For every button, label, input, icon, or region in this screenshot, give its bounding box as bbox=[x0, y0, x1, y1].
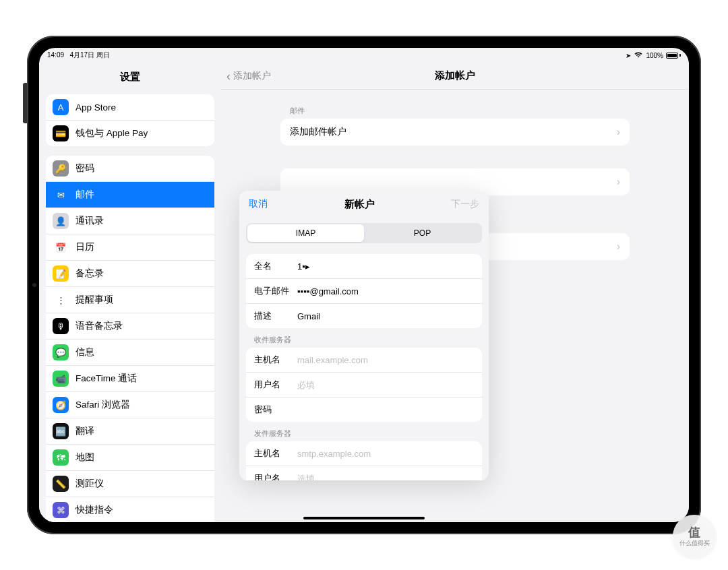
sidebar-item-label: 快捷指令 bbox=[75, 504, 113, 516]
segment-imap[interactable]: IMAP bbox=[247, 224, 364, 242]
incoming-pass-row[interactable]: 密码 bbox=[246, 397, 482, 422]
next-button[interactable]: 下一步 bbox=[451, 198, 479, 210]
email-row[interactable]: 电子邮件 bbox=[246, 278, 482, 303]
sidebar-item-label: 提醒事项 bbox=[75, 294, 113, 306]
add-mail-account-label: 添加邮件帐户 bbox=[290, 126, 346, 138]
incoming-host-label: 主机名 bbox=[254, 354, 297, 366]
app-icon: 💳 bbox=[53, 125, 69, 141]
app-icon: 🗺 bbox=[53, 449, 69, 466]
sidebar-item-label: 邮件 bbox=[75, 189, 94, 201]
app-icon: 🔑 bbox=[53, 160, 69, 177]
app-icon: 📏 bbox=[53, 476, 69, 492]
incoming-user-row[interactable]: 用户名 bbox=[246, 372, 482, 397]
sidebar-item[interactable]: 🧭Safari 浏览器 bbox=[46, 391, 214, 418]
sidebar-item[interactable]: 🎙语音备忘录 bbox=[46, 313, 214, 339]
incoming-pass-input[interactable] bbox=[297, 405, 474, 415]
sidebar-item[interactable]: 🗺地图 bbox=[46, 444, 214, 470]
wifi-icon bbox=[634, 51, 643, 59]
email-label: 电子邮件 bbox=[254, 285, 297, 297]
desc-row[interactable]: 描述 bbox=[246, 303, 482, 328]
ipad-frame: 14:09 4月17日 周日 ➤ 100% 设置 AApp Store bbox=[27, 36, 701, 534]
status-date: 4月17日 周日 bbox=[69, 51, 109, 59]
incoming-pass-label: 密码 bbox=[254, 404, 297, 416]
outgoing-group: 主机名 用户名 bbox=[246, 441, 482, 480]
status-left: 14:09 4月17日 周日 bbox=[47, 51, 110, 60]
chevron-right-icon: › bbox=[617, 241, 620, 253]
app-icon: ⌘ bbox=[53, 502, 69, 518]
sidebar-item[interactable]: 💬信息 bbox=[46, 339, 214, 365]
cancel-button[interactable]: 取消 bbox=[249, 198, 268, 210]
sidebar-group-apps: 🔑密码✉邮件👤通讯录📅日历📝备忘录⋮提醒事项🎙语音备忘录💬信息📹FaceTime… bbox=[46, 156, 214, 522]
sidebar-item[interactable]: ⌘快捷指令 bbox=[46, 497, 214, 522]
app-icon: ⋮ bbox=[53, 292, 69, 308]
mail-section-label: 邮件 bbox=[290, 106, 630, 116]
watermark-text: 什么值得买 bbox=[679, 540, 710, 547]
sidebar-item[interactable]: 👤通讯录 bbox=[46, 208, 214, 234]
sidebar-item[interactable]: 💳钱包与 Apple Pay bbox=[46, 120, 214, 146]
app-icon: 📝 bbox=[53, 265, 69, 282]
sidebar-item-label: 语音备忘录 bbox=[75, 320, 123, 332]
sidebar-item[interactable]: ✉邮件 bbox=[46, 181, 214, 208]
sidebar-item-label: 日历 bbox=[75, 241, 94, 253]
sheet-title: 新帐户 bbox=[344, 198, 375, 211]
fullname-input[interactable] bbox=[297, 261, 474, 272]
incoming-user-input[interactable] bbox=[297, 380, 474, 390]
sidebar-item[interactable]: 📹FaceTime 通话 bbox=[46, 365, 214, 391]
sidebar-item[interactable]: 📝备忘录 bbox=[46, 260, 214, 286]
app-icon: 📹 bbox=[53, 371, 69, 387]
camera-dot bbox=[32, 283, 36, 287]
chevron-right-icon: › bbox=[617, 176, 620, 188]
chevron-right-icon: › bbox=[617, 126, 620, 138]
app-icon: 📅 bbox=[53, 239, 69, 255]
app-icon: 🎙 bbox=[53, 318, 69, 334]
app-icon: A bbox=[53, 99, 69, 115]
incoming-host-input[interactable] bbox=[297, 355, 474, 365]
chevron-left-icon: ‹ bbox=[226, 70, 231, 82]
outgoing-host-input[interactable] bbox=[297, 449, 474, 459]
desc-input[interactable] bbox=[297, 311, 474, 321]
desc-label: 描述 bbox=[254, 310, 297, 322]
fullname-row[interactable]: 全名 bbox=[246, 254, 482, 278]
incoming-host-row[interactable]: 主机名 bbox=[246, 348, 482, 372]
back-button[interactable]: ‹ 添加帐户 bbox=[226, 63, 271, 89]
battery-percent: 100% bbox=[646, 52, 663, 59]
detail-header: ‹ 添加帐户 添加帐户 bbox=[221, 63, 689, 90]
add-mail-account-cell[interactable]: 添加邮件帐户 › bbox=[280, 119, 630, 146]
segment-pop[interactable]: POP bbox=[364, 224, 481, 242]
outgoing-user-label: 用户名 bbox=[254, 472, 297, 480]
new-account-sheet: 取消 新帐户 下一步 IMAP POP 全名 电子邮件 bbox=[239, 191, 489, 480]
email-input[interactable] bbox=[297, 286, 474, 296]
sidebar-item[interactable]: 📏测距仪 bbox=[46, 470, 214, 497]
outgoing-user-input[interactable] bbox=[297, 474, 474, 481]
home-indicator bbox=[303, 517, 425, 519]
sidebar-item-label: 测距仪 bbox=[75, 478, 104, 490]
sidebar-item[interactable]: 🔑密码 bbox=[46, 156, 214, 181]
status-time: 14:09 bbox=[47, 51, 64, 59]
sidebar-item-label: Safari 浏览器 bbox=[75, 399, 130, 411]
incoming-header: 收件服务器 bbox=[254, 335, 482, 345]
sidebar-item[interactable]: AApp Store bbox=[46, 94, 214, 120]
sidebar-item-label: App Store bbox=[75, 102, 116, 113]
sidebar-item-label: 备忘录 bbox=[75, 267, 104, 280]
battery-icon bbox=[666, 53, 681, 59]
status-right: ➤ 100% bbox=[626, 51, 681, 59]
sidebar-item-label: 地图 bbox=[75, 451, 94, 464]
sidebar-title: 设置 bbox=[39, 63, 221, 90]
app-icon: 🔤 bbox=[53, 423, 69, 439]
sidebar-item-label: 翻译 bbox=[75, 425, 94, 437]
watermark-glyph: 值 bbox=[688, 526, 700, 540]
sidebar-group-store: AApp Store💳钱包与 Apple Pay bbox=[46, 94, 214, 146]
screen: 14:09 4月17日 周日 ➤ 100% 设置 AApp Store bbox=[39, 48, 689, 522]
app-icon: 💬 bbox=[53, 344, 69, 360]
sheet-header: 取消 新帐户 下一步 bbox=[239, 191, 489, 218]
back-label: 添加帐户 bbox=[233, 70, 271, 82]
incoming-user-label: 用户名 bbox=[254, 379, 297, 391]
outgoing-host-label: 主机名 bbox=[254, 447, 297, 460]
outgoing-user-row[interactable]: 用户名 bbox=[246, 466, 482, 480]
sidebar-item[interactable]: 📅日历 bbox=[46, 234, 214, 260]
watermark: 值 什么值得买 bbox=[673, 515, 716, 558]
sidebar-item[interactable]: 🔤翻译 bbox=[46, 418, 214, 444]
sidebar-item[interactable]: ⋮提醒事项 bbox=[46, 286, 214, 313]
outgoing-host-row[interactable]: 主机名 bbox=[246, 441, 482, 466]
app-icon: 👤 bbox=[53, 213, 69, 229]
